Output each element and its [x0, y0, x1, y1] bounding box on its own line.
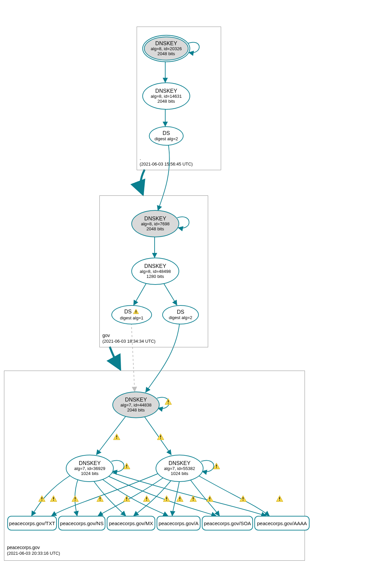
svg-rect-22	[146, 497, 147, 499]
node-pc-zsk2: DNSKEY alg=7, id=55382 1024 bits	[156, 455, 203, 482]
node-line2: alg=8, id=20326	[143, 47, 190, 52]
svg-rect-12	[42, 497, 42, 499]
svg-rect-1	[136, 312, 136, 313]
svg-rect-32	[243, 497, 243, 499]
node-title: DNSKEY	[66, 460, 113, 466]
svg-rect-10	[216, 465, 217, 467]
svg-rect-5	[116, 438, 117, 439]
zone-root-name: .	[140, 155, 193, 162]
warning-icon	[123, 495, 130, 502]
warning-icon	[143, 495, 150, 502]
svg-rect-31	[209, 500, 210, 501]
node-line3: 2048 bits	[143, 99, 190, 104]
rr-a: peacecorps.gov/A	[157, 516, 200, 530]
zone-pc-ts: (2021-06-03 20:33:16 UTC)	[7, 550, 60, 556]
svg-rect-27	[180, 500, 180, 501]
node-title: DNSKEY	[143, 88, 190, 94]
warning-icon	[206, 495, 213, 502]
node-line3: 2048 bits	[113, 408, 159, 413]
svg-rect-21	[126, 500, 127, 501]
warning-icon	[276, 495, 283, 502]
svg-rect-14	[53, 497, 54, 499]
svg-rect-7	[160, 438, 161, 439]
node-line2: digest alg=2	[163, 315, 198, 320]
node-title: DNSKEY	[113, 397, 159, 403]
svg-rect-17	[75, 500, 75, 501]
svg-rect-30	[209, 497, 210, 499]
zone-gov-name: gov	[102, 332, 156, 339]
svg-rect-26	[180, 497, 180, 499]
node-line2: digest alg=2	[150, 137, 183, 142]
node-line2: alg=7, id=55382	[156, 466, 203, 471]
zone-pc-name: peacecorps.gov	[7, 544, 60, 551]
rr-ns: peacecorps.gov/NS	[58, 516, 105, 530]
svg-rect-20	[126, 497, 127, 499]
node-title: DNSKEY	[143, 41, 190, 47]
svg-rect-11	[216, 467, 217, 468]
svg-rect-8	[126, 465, 127, 467]
warning-icon	[71, 495, 79, 502]
rr-aaaa: peacecorps.gov/AAAA	[254, 516, 310, 530]
node-line2: alg=8, id=48498	[132, 269, 179, 274]
warning-icon	[113, 433, 120, 440]
svg-rect-19	[100, 500, 100, 501]
warning-icon	[213, 463, 220, 469]
svg-rect-15	[53, 500, 54, 501]
svg-rect-28	[193, 497, 194, 499]
rr-mx: peacecorps.gov/MX	[107, 516, 155, 530]
node-root-ds: DS digest alg=2	[149, 126, 184, 146]
warning-icon	[96, 495, 104, 502]
warning-icon	[38, 495, 46, 502]
node-title: DNSKEY	[156, 460, 203, 466]
warning-icon	[123, 463, 130, 469]
node-pc-ksk: DNSKEY alg=7, id=44838 2048 bits	[112, 392, 160, 418]
svg-rect-25	[166, 500, 167, 501]
node-pc-zsk1: DNSKEY alg=7, id=36929 1024 bits	[66, 455, 114, 482]
node-gov-ds1: DS digest alg=1	[111, 305, 152, 324]
warning-icon	[165, 398, 172, 405]
node-line2: alg=8, id=7698	[132, 222, 179, 227]
svg-rect-3	[168, 403, 169, 404]
node-line2: alg=8, id=14631	[143, 94, 190, 99]
node-gov-ksk: DNSKEY alg=8, id=7698 2048 bits	[131, 210, 179, 237]
warning-icon	[176, 495, 184, 502]
warning-icon	[133, 309, 139, 315]
node-line3: 1024 bits	[156, 471, 203, 476]
node-gov-ds2: DS digest alg=2	[162, 305, 199, 324]
warning-icon	[163, 495, 170, 502]
node-title: DNSKEY	[132, 263, 179, 269]
svg-rect-6	[160, 435, 161, 437]
node-line3: 1024 bits	[66, 471, 113, 476]
node-line2: alg=7, id=36929	[66, 466, 113, 471]
warning-icon	[190, 495, 197, 502]
node-root-zsk: DNSKEY alg=8, id=14631 2048 bits	[142, 82, 190, 110]
svg-rect-4	[116, 435, 117, 437]
svg-rect-24	[166, 497, 167, 499]
node-line3: 1280 bits	[132, 274, 179, 279]
svg-rect-2	[168, 400, 169, 402]
svg-rect-0	[136, 310, 136, 312]
node-line2: alg=7, id=44838	[113, 403, 159, 408]
node-title: DS	[150, 130, 183, 136]
node-line2: digest alg=1	[112, 316, 151, 321]
svg-rect-33	[243, 500, 243, 501]
svg-rect-23	[146, 500, 147, 501]
node-line3: 2048 bits	[132, 227, 179, 232]
rr-soa: peacecorps.gov/SOA	[202, 516, 253, 530]
node-gov-zsk: DNSKEY alg=8, id=48498 1280 bits	[131, 258, 179, 285]
zone-root-ts: (2021-06-03 15:56:45 UTC)	[140, 161, 193, 167]
svg-rect-9	[126, 467, 127, 468]
rr-txt: peacecorps.gov/TXT	[7, 516, 57, 530]
node-title: DS	[163, 309, 198, 315]
svg-rect-34	[279, 497, 280, 499]
node-root-ksk: DNSKEY alg=8, id=20326 2048 bits	[142, 35, 190, 62]
warning-icon	[50, 495, 57, 502]
warning-icon	[157, 433, 164, 440]
warning-icon	[239, 495, 247, 502]
node-line3: 2048 bits	[143, 52, 190, 57]
svg-rect-16	[75, 497, 75, 499]
svg-rect-35	[279, 500, 280, 501]
svg-rect-29	[193, 500, 194, 501]
node-title: DNSKEY	[132, 216, 179, 222]
node-title: DS	[124, 309, 132, 314]
